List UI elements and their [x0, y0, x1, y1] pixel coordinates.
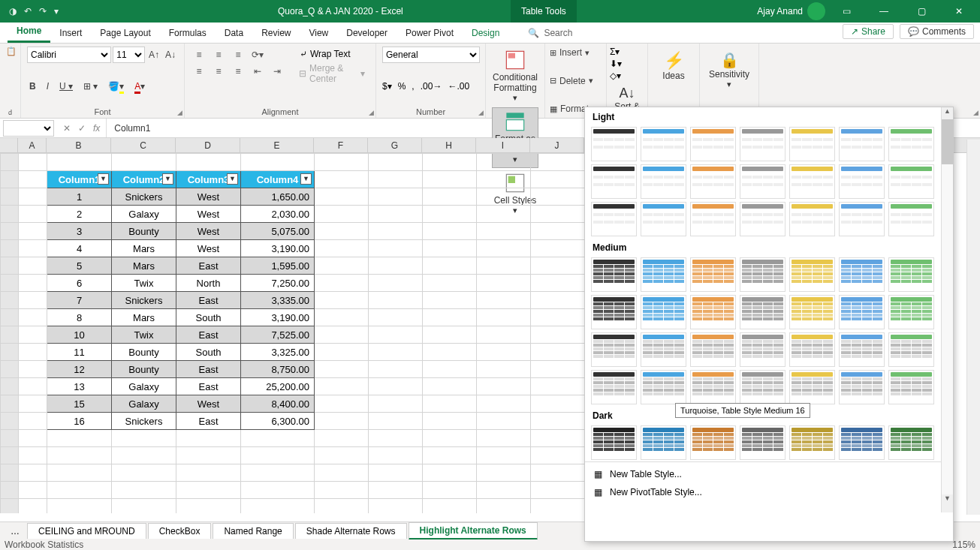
table-cell[interactable]: 16	[47, 413, 112, 430]
table-style-thumb[interactable]	[591, 164, 637, 199]
table-style-thumb[interactable]	[641, 425, 686, 460]
new-pivot-style-button[interactable]: ▦New PivotTable Style...	[585, 483, 953, 501]
table-cell[interactable]: 3,190.00	[241, 309, 315, 326]
sheet-tab-4[interactable]: Highlight Alternate Rows	[409, 522, 538, 540]
table-cell[interactable]: East	[176, 361, 241, 378]
ideas-button[interactable]: ⚡ Ideas	[656, 48, 692, 84]
table-style-thumb[interactable]	[789, 127, 835, 161]
table-cell[interactable]: Snickers	[112, 413, 176, 430]
table-style-thumb[interactable]	[690, 257, 736, 292]
tab-home[interactable]: Home	[8, 21, 50, 43]
number-format-select[interactable]: General	[382, 47, 480, 63]
table-style-thumb[interactable]	[740, 164, 786, 199]
table-style-thumb[interactable]	[690, 425, 736, 460]
table-style-thumb[interactable]	[690, 332, 736, 367]
table-cell[interactable]: 1,650.00	[241, 188, 315, 206]
autosum-icon[interactable]: Σ▾	[610, 47, 622, 57]
table-cell[interactable]: Snickers	[112, 292, 176, 309]
table-style-thumb[interactable]	[641, 370, 686, 404]
table-style-thumb[interactable]	[591, 202, 637, 236]
tab-formulas[interactable]: Formulas	[160, 23, 216, 43]
table-style-thumb[interactable]	[690, 202, 736, 236]
font-size-select[interactable]: 11	[113, 47, 145, 63]
table-cell[interactable]: Galaxy	[112, 378, 176, 395]
table-style-thumb[interactable]	[839, 257, 885, 292]
table-style-thumb[interactable]	[591, 425, 637, 460]
table-style-thumb[interactable]	[789, 332, 835, 367]
tab-review[interactable]: Review	[252, 23, 300, 43]
vertical-scrollbar[interactable]	[966, 140, 980, 515]
table-cell[interactable]: Bounty	[112, 223, 176, 240]
table-cell[interactable]: 15	[47, 395, 112, 413]
table-cell[interactable]: 25,200.00	[241, 378, 315, 395]
bold-button[interactable]: B	[27, 80, 38, 93]
table-style-thumb[interactable]	[740, 295, 786, 329]
table-cell[interactable]: 7	[47, 292, 112, 309]
decrease-decimal-icon[interactable]: ←.00	[448, 81, 469, 92]
table-style-thumb[interactable]	[839, 164, 885, 199]
fill-icon[interactable]: ⬇▾	[610, 59, 622, 69]
table-cell[interactable]: East	[176, 413, 241, 430]
qat-more-icon[interactable]: ▾	[54, 6, 59, 17]
table-cell[interactable]: South	[176, 309, 241, 326]
table-cell[interactable]: Mars	[112, 257, 176, 275]
align-left-icon[interactable]: ≡	[191, 63, 207, 80]
table-style-thumb[interactable]	[690, 127, 736, 161]
table-style-thumb[interactable]	[690, 370, 736, 404]
table-cell[interactable]: West	[176, 206, 241, 223]
table-cell[interactable]: Bounty	[112, 361, 176, 378]
table-cell[interactable]: 11	[47, 344, 112, 361]
decrease-indent-icon[interactable]: ⇤	[249, 63, 266, 80]
table-cell[interactable]: East	[176, 292, 241, 309]
table-cell[interactable]: North	[176, 275, 241, 292]
table-header[interactable]: Column2▼	[112, 171, 176, 188]
table-style-thumb[interactable]	[740, 257, 786, 292]
table-cell[interactable]: 4	[47, 240, 112, 257]
table-cell[interactable]: 3	[47, 223, 112, 240]
table-style-thumb[interactable]	[641, 164, 686, 199]
sheet-nav-more[interactable]: …	[5, 526, 26, 536]
align-bottom-icon[interactable]: ≡	[230, 47, 246, 63]
table-style-thumb[interactable]	[789, 164, 835, 199]
table-style-thumb[interactable]	[740, 127, 786, 161]
orientation-icon[interactable]: ⟳▾	[249, 47, 266, 63]
tab-page-layout[interactable]: Page Layout	[91, 23, 159, 43]
border-button[interactable]: ⊞ ▾	[81, 80, 100, 93]
align-right-icon[interactable]: ≡	[230, 63, 246, 80]
table-style-thumb[interactable]	[888, 127, 934, 161]
increase-decimal-icon[interactable]: .00→	[421, 81, 442, 92]
tab-data[interactable]: Data	[216, 23, 252, 43]
table-cell[interactable]: 5	[47, 257, 112, 275]
sheet-tab-0[interactable]: CEILING and MROUND	[27, 523, 146, 539]
table-cell[interactable]: 6,300.00	[241, 413, 315, 430]
tab-insert[interactable]: Insert	[50, 23, 91, 43]
table-cell[interactable]: 1,595.00	[241, 257, 315, 275]
table-style-thumb[interactable]	[839, 370, 885, 404]
tab-design[interactable]: Design	[463, 23, 508, 43]
table-style-thumb[interactable]	[740, 370, 786, 404]
table-cell[interactable]: Twix	[112, 326, 176, 344]
clear-icon[interactable]: ◇▾	[610, 71, 622, 81]
redo-icon[interactable]: ↷	[39, 6, 47, 17]
fx-icon[interactable]: fx	[93, 123, 100, 134]
sheet-tab-2[interactable]: Named Range	[213, 523, 293, 539]
table-style-thumb[interactable]	[690, 164, 736, 199]
gallery-scrollbar[interactable]: ▲▼	[941, 107, 953, 512]
table-cell[interactable]: West	[176, 223, 241, 240]
table-style-thumb[interactable]	[641, 202, 686, 236]
tab-developer[interactable]: Developer	[337, 23, 397, 43]
align-top-icon[interactable]: ≡	[191, 47, 207, 63]
table-style-thumb[interactable]	[839, 425, 885, 460]
table-header[interactable]: Column1▼	[47, 171, 112, 188]
table-style-thumb[interactable]	[888, 332, 934, 367]
table-style-thumb[interactable]	[888, 202, 934, 236]
table-style-thumb[interactable]	[789, 425, 835, 460]
conditional-formatting-button[interactable]: Conditional Formatting ▾	[492, 47, 538, 106]
tell-me-search[interactable]: 🔍 Search	[523, 23, 577, 43]
table-style-thumb[interactable]	[690, 295, 736, 329]
table-cell[interactable]: Galaxy	[112, 206, 176, 223]
table-cell[interactable]: 10	[47, 326, 112, 344]
table-style-thumb[interactable]	[789, 370, 835, 404]
table-cell[interactable]: 7,250.00	[241, 275, 315, 292]
table-style-thumb[interactable]	[888, 164, 934, 199]
